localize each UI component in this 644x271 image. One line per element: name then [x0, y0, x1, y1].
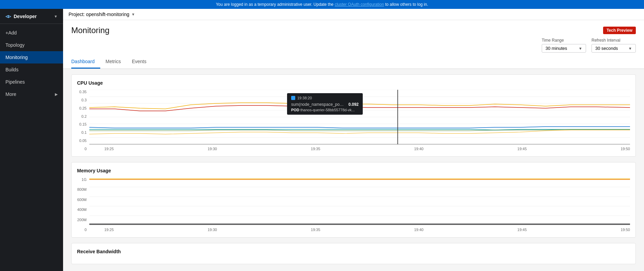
time-range-value: 30 minutes — [545, 46, 567, 51]
sidebar: ◃▹ Developer ▼ +Add Topology Monitoring … — [0, 9, 63, 271]
cpu-y-axis: 0.35 0.3 0.25 0.2 0.15 0.1 0.05 0 — [77, 90, 89, 151]
project-selector[interactable]: Project: openshift-monitoring ▼ — [63, 9, 644, 20]
refresh-interval-control: Refresh Interval 30 seconds ▼ — [591, 38, 636, 53]
cpu-x-axis: 19:25 19:30 19:35 19:40 19:45 19:50 — [89, 147, 630, 151]
memory-svg-container — [89, 177, 630, 226]
memory-chart-with-axis: 1G 800M 600M 400M 200M 0 — [77, 177, 630, 232]
sidebar-item-more[interactable]: More ▶ — [0, 88, 63, 100]
bandwidth-chart-title: Receive Bandwidth — [77, 249, 630, 254]
sidebar-item-monitoring-label: Monitoring — [5, 55, 28, 60]
oauth-link[interactable]: cluster OAuth configuration — [335, 2, 384, 7]
refresh-interval-label: Refresh Interval — [591, 38, 620, 43]
refresh-interval-value: 30 seconds — [595, 46, 618, 51]
more-chevron-icon: ▶ — [55, 92, 58, 97]
refresh-interval-select[interactable]: 30 seconds ▼ — [591, 44, 636, 53]
cpu-svg-container — [89, 90, 630, 145]
bandwidth-chart-card: Receive Bandwidth — [71, 243, 636, 264]
project-selector-label: Project: openshift-monitoring — [69, 12, 129, 17]
charts-area: CPU Usage 0.35 0.3 0.25 0.2 0.15 0.1 0.0… — [63, 69, 644, 271]
top-banner: You are logged in as a temporary adminis… — [0, 0, 644, 9]
tech-preview-badge: Tech Preview — [603, 27, 636, 34]
banner-text-suffix: to allow others to log in. — [384, 2, 428, 7]
cpu-chart-area: 19:38:20 sum(node_namespace_pod_... 0.09… — [89, 90, 630, 151]
memory-y-axis: 1G 800M 600M 400M 200M 0 — [77, 177, 89, 232]
sidebar-item-more-label: More — [5, 91, 16, 97]
banner-text-prefix: You are logged in as a temporary adminis… — [216, 2, 334, 7]
content-header: Monitoring Tech Preview Time Range 30 mi… — [63, 20, 644, 69]
memory-chart-area: 19:25 19:30 19:35 19:40 19:45 19:50 — [89, 177, 630, 232]
refresh-interval-chevron-icon: ▼ — [626, 46, 632, 51]
sidebar-item-pipelines[interactable]: Pipelines — [0, 76, 63, 88]
time-range-select[interactable]: 30 minutes ▼ — [542, 44, 586, 53]
controls-row: Time Range 30 minutes ▼ Refresh Interval… — [63, 35, 644, 55]
time-range-control: Time Range 30 minutes ▼ — [542, 38, 586, 53]
sidebar-chevron-icon: ▼ — [54, 14, 58, 18]
time-range-chevron-icon: ▼ — [576, 46, 582, 51]
main-content: Project: openshift-monitoring ▼ Monitori… — [63, 9, 644, 271]
page-title-row: Monitoring Tech Preview — [63, 20, 644, 35]
tab-dashboard[interactable]: Dashboard — [71, 55, 100, 69]
time-range-label: Time Range — [542, 38, 564, 43]
project-selector-chevron-icon: ▼ — [131, 12, 135, 16]
memory-x-axis: 19:25 19:30 19:35 19:40 19:45 19:50 — [89, 228, 630, 232]
cpu-svg — [89, 90, 630, 144]
sidebar-item-builds-label: Builds — [5, 67, 18, 72]
developer-icon: ◃▹ — [5, 13, 11, 19]
sidebar-item-topology-label: Topology — [5, 42, 25, 48]
sidebar-item-builds[interactable]: Builds — [0, 63, 63, 76]
cpu-chart-with-axis: 0.35 0.3 0.25 0.2 0.15 0.1 0.05 0 — [77, 90, 630, 151]
sidebar-item-add-label: +Add — [5, 30, 17, 35]
sidebar-item-add[interactable]: +Add — [0, 27, 63, 39]
page-title: Monitoring — [71, 26, 109, 35]
sidebar-item-topology[interactable]: Topology — [0, 39, 63, 51]
memory-svg — [89, 177, 630, 225]
cpu-chart-card: CPU Usage 0.35 0.3 0.25 0.2 0.15 0.1 0.0… — [71, 74, 636, 157]
sidebar-item-monitoring[interactable]: Monitoring — [0, 51, 63, 63]
sidebar-title: Developer — [14, 14, 37, 19]
tab-events[interactable]: Events — [132, 55, 152, 69]
sidebar-item-pipelines-label: Pipelines — [5, 79, 25, 85]
tabs-row: Dashboard Metrics Events — [63, 55, 644, 69]
memory-chart-card: Memory Usage 1G 800M 600M 400M 200M 0 — [71, 162, 636, 238]
memory-chart-title: Memory Usage — [77, 168, 630, 173]
sidebar-header[interactable]: ◃▹ Developer ▼ — [0, 9, 63, 24]
sidebar-nav: +Add Topology Monitoring Builds Pipeline… — [0, 24, 63, 103]
tab-metrics[interactable]: Metrics — [106, 55, 126, 69]
cpu-chart-title: CPU Usage — [77, 80, 630, 86]
